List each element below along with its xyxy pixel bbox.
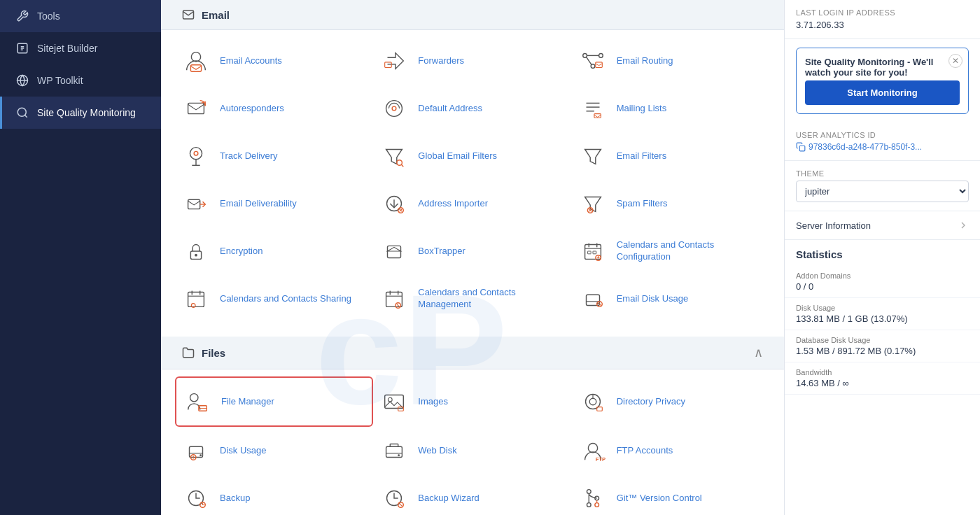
- tool-autoresponders-icon: [182, 94, 210, 122]
- svg-rect-48: [587, 251, 591, 254]
- svg-rect-72: [385, 395, 404, 409]
- sidebar-item-label: Site Quality Monitoring: [37, 107, 136, 118]
- tool-forwarders[interactable]: Forwarders: [373, 37, 571, 85]
- svg-marker-43: [388, 247, 401, 251]
- tool-email-filters-label: Email Filters: [617, 150, 667, 162]
- tool-git-icon: [579, 484, 607, 512]
- theme-label: Theme: [796, 169, 969, 178]
- svg-point-98: [587, 503, 591, 507]
- svg-line-96: [400, 504, 402, 507]
- tool-email-accounts-icon: [182, 47, 210, 75]
- server-information-row[interactable]: Server Information: [785, 211, 980, 240]
- tool-backup[interactable]: Backup: [175, 474, 373, 515]
- tool-file-manager-label: File Manager: [221, 396, 274, 408]
- sidebar-item-wptoolkit[interactable]: WP Toolkit: [0, 64, 161, 97]
- analytics-label: User Analytics ID: [796, 131, 969, 139]
- tool-address-importer-icon: [380, 190, 408, 218]
- svg-point-90: [588, 444, 597, 453]
- svg-rect-103: [799, 146, 805, 151]
- tool-track-delivery[interactable]: Track Delivery: [175, 132, 373, 180]
- tool-images-icon: [380, 388, 408, 416]
- svg-rect-53: [188, 292, 204, 307]
- tool-cal-config[interactable]: Calendars and Contacts Configuration: [572, 227, 770, 275]
- tool-email-filters-icon: [579, 142, 607, 170]
- tool-web-disk-label: Web Disk: [418, 445, 456, 457]
- tool-autoresponders[interactable]: Autoresponders: [175, 85, 373, 132]
- svg-line-3: [24, 115, 27, 117]
- tool-backup-wizard[interactable]: Backup Wizard: [373, 474, 571, 515]
- tool-encryption-icon: [182, 237, 210, 265]
- tool-email-filters[interactable]: Email Filters: [572, 132, 770, 180]
- tool-mailing-lists[interactable]: Mailing Lists: [572, 85, 770, 132]
- stat-db-disk-usage-label: Database Disk Usage: [796, 336, 969, 344]
- svg-point-24: [194, 151, 198, 155]
- tool-web-disk[interactable]: Web Disk: [373, 427, 571, 474]
- sidebar-item-sitejet[interactable]: Sitejet Builder: [0, 32, 161, 64]
- svg-line-12: [586, 57, 592, 64]
- svg-rect-84: [386, 446, 402, 457]
- tool-global-email-filters-icon: [380, 142, 408, 170]
- svg-rect-7: [385, 62, 392, 68]
- theme-section: Theme jupiter paper x3: [785, 161, 980, 211]
- tool-cal-config-label: Calendars and Contacts Configuration: [617, 239, 763, 263]
- tool-default-address-label: Default Address: [418, 103, 482, 115]
- tool-track-delivery-icon: [182, 142, 210, 170]
- tool-file-manager[interactable]: File Manager: [175, 376, 373, 427]
- files-section-toggle[interactable]: ∧: [754, 345, 763, 360]
- tool-spam-filters[interactable]: Spam Filters: [572, 180, 770, 227]
- tool-boxtrapper[interactable]: BoxTrapper: [373, 227, 571, 275]
- tool-images[interactable]: Images: [373, 376, 571, 427]
- files-section-header[interactable]: Files ∧: [161, 337, 784, 369]
- tool-address-importer-label: Address Importer: [418, 198, 488, 210]
- sidebar-item-sitequality[interactable]: Site Quality Monitoring: [0, 97, 161, 129]
- svg-point-86: [398, 454, 400, 456]
- tool-directory-privacy-icon: [579, 388, 607, 416]
- tool-directory-privacy[interactable]: Directory Privacy: [572, 376, 770, 427]
- tool-email-accounts-label: Email Accounts: [220, 55, 282, 67]
- monitoring-card-close[interactable]: ✕: [948, 54, 962, 68]
- tool-git-label: Git™ Version Control: [617, 493, 702, 505]
- tool-email-routing[interactable]: Email Routing: [572, 37, 770, 85]
- copy-icon[interactable]: [796, 142, 806, 152]
- email-section-header[interactable]: Email: [161, 0, 784, 30]
- theme-select[interactable]: jupiter paper x3: [796, 181, 969, 202]
- tool-email-disk-usage-icon: [579, 285, 607, 313]
- tool-ftp-accounts[interactable]: FTP FTP Accounts: [572, 427, 770, 474]
- sidebar-item-tools[interactable]: Tools: [0, 0, 161, 32]
- tool-forwarders-label: Forwarders: [418, 55, 464, 67]
- tool-directory-privacy-label: Directory Privacy: [617, 396, 685, 408]
- tool-cal-mgmt[interactable]: Calendars and Contacts Management: [373, 275, 571, 323]
- tool-cal-mgmt-label: Calendars and Contacts Management: [418, 287, 564, 311]
- statistics-section: Statistics Addon Domains 0 / 0 Disk Usag…: [785, 240, 980, 395]
- tool-cal-sharing[interactable]: Calendars and Contacts Sharing: [175, 275, 373, 323]
- tool-cal-sharing-label: Calendars and Contacts Sharing: [220, 293, 351, 305]
- tool-file-manager-icon: [183, 388, 211, 416]
- start-monitoring-button[interactable]: Start Monitoring: [805, 80, 960, 105]
- stat-bandwidth-label: Bandwidth: [796, 368, 969, 376]
- svg-point-41: [195, 254, 197, 257]
- tool-autoresponders-label: Autoresponders: [220, 103, 284, 115]
- tool-email-accounts[interactable]: Email Accounts: [175, 37, 373, 85]
- monitoring-card-title: Site Quality Monitoring - We'll watch yo…: [805, 57, 960, 78]
- stat-disk-usage: Disk Usage 133.81 MB / 1 GB (13.07%): [785, 298, 980, 330]
- tool-global-email-filters[interactable]: Global Email Filters: [373, 132, 571, 180]
- svg-point-69: [190, 394, 198, 402]
- tool-address-importer[interactable]: Address Importer: [373, 180, 571, 227]
- tool-git[interactable]: Git™ Version Control: [572, 474, 770, 515]
- svg-point-76: [589, 398, 596, 405]
- sidebar: Tools Sitejet Builder WP Toolkit Site Qu…: [0, 0, 161, 515]
- svg-rect-58: [386, 292, 402, 307]
- tool-default-address[interactable]: Default Address: [373, 85, 571, 132]
- analytics-id: 97836c6d-a248-477b-850f-3...: [796, 142, 969, 152]
- wp-icon: [16, 74, 29, 87]
- tool-email-disk-usage[interactable]: Email Disk Usage: [572, 275, 770, 323]
- tool-email-deliverability[interactable]: Email Deliverability: [175, 180, 373, 227]
- tool-backup-icon: [182, 484, 210, 512]
- tool-disk-usage[interactable]: Disk Usage: [175, 427, 373, 474]
- svg-line-27: [402, 164, 404, 167]
- svg-point-2: [18, 108, 26, 116]
- tool-backup-wizard-icon: [380, 484, 408, 512]
- last-login-section: Last Login IP Address 3.71.206.33: [785, 0, 980, 39]
- tool-encryption[interactable]: Encryption: [175, 227, 373, 275]
- tool-track-delivery-label: Track Delivery: [220, 150, 278, 162]
